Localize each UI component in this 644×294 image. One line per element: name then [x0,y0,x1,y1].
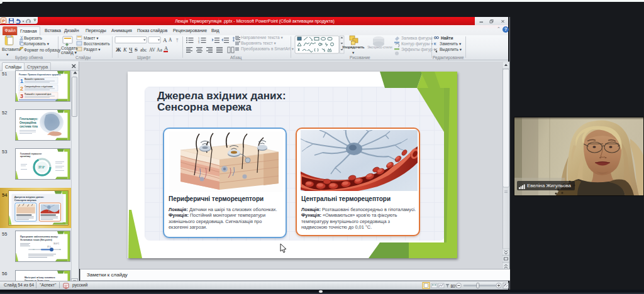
svg-text:3: 3 [20,93,23,99]
svg-text:Операційна: Операційна [19,121,36,124]
svg-text:організму: організму [20,155,30,158]
svg-text:⤒: ⤒ [176,38,179,43]
svg-text:Гіпоталамус:: Гіпоталамус: [19,117,38,121]
svg-text:3: 3 [198,41,200,44]
svg-text:Магістралі зв'язку головного: Магістралі зв'язку головного [25,276,55,279]
svg-text:Вмикайте правильно: Вмикайте правильно [25,78,45,80]
svg-text:37.0°: 37.0° [38,166,45,169]
svg-text:Програмне забезпечення мозку:: Програмне забезпечення мозку: [20,236,58,238]
svg-text:36.6°C: 36.6°C [53,242,60,245]
svg-text:Поважайте термальний фон: Поважайте термальний фон [25,93,51,95]
svg-text:AV: AV [149,47,155,53]
svg-text:система тіла: система тіла [19,125,38,128]
svg-text:Ж: Ж [116,46,121,53]
svg-text:1: 1 [20,78,23,84]
svg-text:Установча точка (Set-point): Установча точка (Set-point) [20,239,52,241]
svg-text:Синхронізуйтесь з підлітками: Синхронізуйтесь з підлітками [25,85,53,88]
svg-text:abc: abc [140,47,147,53]
svg-text:К: К [123,46,128,53]
svg-text:A: A [163,37,167,43]
svg-text:Резюме: Правила біоритмічного: Резюме: Правила біоритмічного здоров'я [19,74,60,76]
svg-text:2: 2 [20,85,23,92]
svg-text:P: P [2,18,5,24]
svg-text:A: A [164,45,169,52]
svg-text:Сенсорна мережа: Сенсорна мережа [14,199,37,202]
svg-text:S: S [135,46,138,53]
svg-text:Ч: Ч [129,46,133,53]
svg-text:Aa: Aa [157,47,162,53]
svg-text:A: A [169,37,172,43]
svg-text:37.0: 37.0 [47,246,51,248]
